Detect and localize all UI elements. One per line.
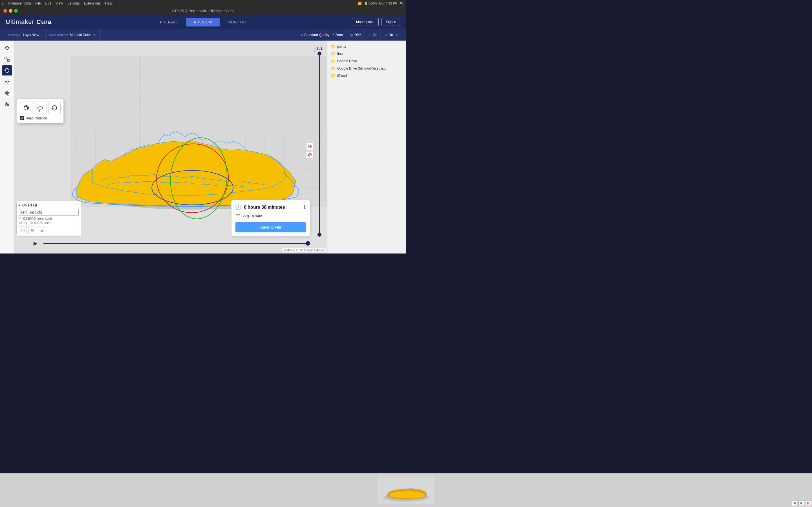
support-icon: ⊥ <box>368 33 371 37</box>
info-icon[interactable]: ℹ <box>304 204 306 210</box>
folder-name-points: points <box>337 45 346 48</box>
quality-value: Standard Quality - 0.2mm <box>304 33 343 37</box>
view-type-chevron[interactable]: ‹ <box>41 33 42 37</box>
tab-prepare[interactable]: PREPARE <box>152 18 186 26</box>
view-type-label: View type <box>8 33 21 37</box>
logo-bold: Cura <box>35 18 52 25</box>
sidebar-folder-icloud[interactable]: 📁 iCloud <box>327 72 406 79</box>
sidebar-folder-gdrive[interactable]: 📁 Google Drive <box>327 57 406 65</box>
svg-marker-11 <box>8 80 9 83</box>
nav-tabs: PREPARE PREVIEW MONITOR <box>152 18 254 26</box>
action-group[interactable]: ⊞ <box>38 226 46 234</box>
menu-extensions[interactable]: Extensions <box>84 1 101 5</box>
rotate-x-button[interactable] <box>20 102 33 114</box>
save-to-file-button[interactable]: Save to File <box>236 222 306 232</box>
play-button[interactable]: ▶ <box>31 239 40 248</box>
rotation-popup: Snap Rotation <box>17 99 64 123</box>
maximize-button[interactable] <box>14 9 18 13</box>
object-dimensions: 61.7 x 157.9 x 26.9mm <box>19 221 79 224</box>
main-content: Snap Rotation <box>0 41 406 253</box>
menu-file[interactable]: File <box>35 1 41 5</box>
tab-monitor[interactable]: MONITOR <box>220 18 254 26</box>
marketplace-button[interactable]: Marketplace <box>352 18 378 26</box>
right-sidebar: 📁 points 📁 final 📁 Google Drive 📁 Google… <box>327 41 406 253</box>
view-icon-1[interactable] <box>306 143 313 150</box>
layer-number: 101 <box>316 46 322 50</box>
layer-slider-thumb-bottom[interactable] <box>317 233 321 237</box>
title-bar: CE3PRO_zero_solid - Ultimaker Cura <box>0 7 406 15</box>
snap-rotation-checkbox[interactable] <box>20 116 24 120</box>
signin-button[interactable]: Sign in <box>382 18 400 26</box>
header-right: Marketplace Sign in <box>352 18 400 26</box>
svg-point-23 <box>38 107 43 109</box>
logo-light: Ultimaker <box>6 18 35 25</box>
object-actions: ⬚ ⎘ ⊞ <box>19 226 79 234</box>
progress-track[interactable] <box>43 243 310 244</box>
rotation-icon-group <box>20 102 61 114</box>
sidebar-tool-scale[interactable] <box>2 54 12 64</box>
folder-name-gdrive: Google Drive <box>337 59 357 63</box>
object-list-chevron[interactable]: ▾ <box>19 203 20 207</box>
folder-icon-final: 📁 <box>331 52 336 56</box>
snap-rotation-label: Snap Rotation <box>26 116 47 120</box>
close-button[interactable] <box>3 9 7 13</box>
progress-thumb[interactable] <box>306 241 310 245</box>
action-copy[interactable]: ⎘ <box>29 226 36 234</box>
svg-rect-6 <box>5 57 7 59</box>
svg-rect-12 <box>5 91 7 93</box>
folder-icon-gdrive: 📁 <box>331 59 336 63</box>
rotate-y-button[interactable] <box>34 102 47 114</box>
menu-app[interactable]: Ultimaker Cura <box>8 1 31 5</box>
quality-icon: ≡ <box>301 33 303 37</box>
print-time-row: 🕐 6 hours 38 minutes ℹ <box>236 204 306 210</box>
color-scheme-value: Material Color <box>70 33 91 37</box>
sidebar-folder-gdrive2[interactable]: 📁 Google Drive (fishuyo@ucsb.e... <box>327 65 406 72</box>
support-group: ⊥ On <box>365 29 381 40</box>
color-scheme-label: Color scheme <box>49 33 68 37</box>
sidebar-tool-move[interactable] <box>2 43 12 53</box>
action-cube[interactable]: ⬚ <box>19 226 27 234</box>
sidebar-tool-settings[interactable] <box>2 99 12 109</box>
view-type-value: Layer view <box>23 33 39 37</box>
object-list-panel: ▾ Object list ✎ CE3PRO_zero_solid 61.7 x… <box>16 201 81 237</box>
settings-edit-icon[interactable]: ✎ <box>395 33 398 37</box>
view-controls <box>306 143 313 159</box>
sidebar-tool-mirror[interactable] <box>2 76 12 87</box>
macos-menubar:  Ultimaker Cura File Edit View Settings… <box>0 0 406 7</box>
top-label: TOP <box>314 47 317 54</box>
sidebar-tool-support[interactable] <box>2 88 12 98</box>
object-name-input[interactable] <box>19 209 79 216</box>
print-weight-row: 27g · 8.94m <box>236 213 306 219</box>
edit-icon: ✎ <box>19 217 21 220</box>
viewport[interactable]: 101 TOP <box>14 41 327 253</box>
sidebar-tool-rotate[interactable] <box>2 65 12 75</box>
svg-line-60 <box>239 214 240 215</box>
folder-name-final: final <box>337 52 343 56</box>
toolbar: View type Layer view ‹ Color scheme Mate… <box>0 29 406 41</box>
infill-group: ⊞ 20% <box>347 29 365 40</box>
snap-rotation-group: Snap Rotation <box>20 116 61 120</box>
svg-rect-14 <box>7 91 9 93</box>
svg-point-21 <box>6 105 7 106</box>
rotate-z-button[interactable] <box>48 102 61 114</box>
color-scheme-edit-icon[interactable]: ✎ <box>93 33 96 37</box>
menu-settings[interactable]: Settings <box>67 1 80 5</box>
layer-slider-track[interactable] <box>319 52 320 237</box>
sidebar-folder-final[interactable]: 📁 final <box>327 50 406 57</box>
layer-slider-thumb-top[interactable] <box>317 52 321 55</box>
tab-preview[interactable]: PREVIEW <box>186 18 220 26</box>
object-list-header: ▾ Object list <box>19 203 79 207</box>
sidebar-folder-points[interactable]: 📁 points <box>327 43 406 50</box>
svg-point-20 <box>7 104 8 105</box>
svg-marker-10 <box>5 80 6 83</box>
menu-edit[interactable]: Edit <box>45 1 51 5</box>
menu-view[interactable]: View <box>56 1 63 5</box>
folder-name-icloud: iCloud <box>337 74 347 78</box>
view-icon-2[interactable] <box>306 151 313 159</box>
minimize-button[interactable] <box>9 9 12 13</box>
color-scheme-group: Color scheme Material Color ✎ <box>46 29 100 40</box>
support-value: On <box>373 33 377 37</box>
folder-icon-gdrive2: 📁 <box>331 66 336 71</box>
menu-help[interactable]: Help <box>105 1 112 5</box>
vertices-info: vertices: 21530 triangles: 43552 <box>283 248 326 252</box>
